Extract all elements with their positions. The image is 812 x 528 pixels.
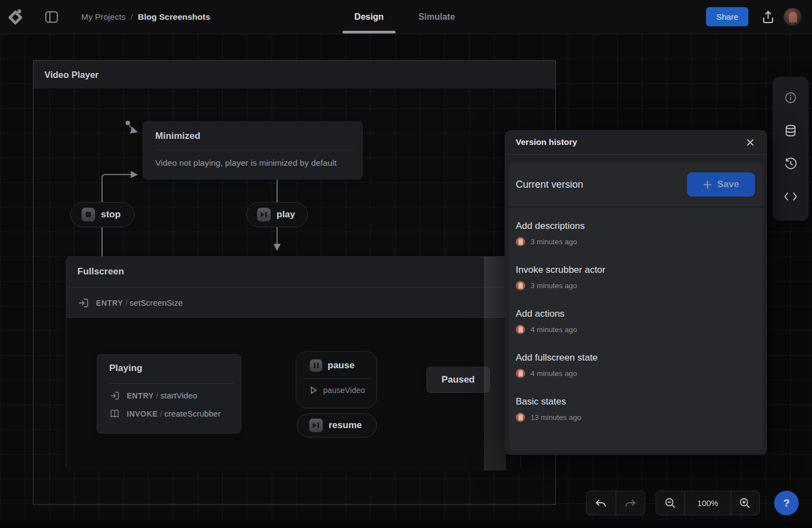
- state-title: Playing: [109, 363, 142, 374]
- share-button[interactable]: Share: [706, 7, 748, 26]
- version-history-header: Version history: [505, 130, 767, 155]
- version-item[interactable]: Add descriptions 3 minutes ago: [516, 221, 756, 246]
- separator: /: [123, 299, 129, 307]
- divider: [109, 383, 233, 384]
- data-model-button[interactable]: [781, 121, 800, 141]
- version-list: Add descriptions 3 minutes ago Invoke sc…: [509, 207, 763, 422]
- share-button-label: Share: [716, 12, 738, 21]
- version-timestamp: 13 minutes ago: [531, 413, 581, 422]
- invoke-action-row[interactable]: INVOKE/createScrubber: [109, 408, 221, 419]
- version-timestamp: 3 minutes ago: [531, 282, 577, 290]
- undo-icon: [594, 497, 607, 509]
- right-tool-rail: [772, 77, 809, 221]
- version-timestamp: 4 minutes ago: [531, 325, 577, 334]
- author-avatar: [516, 325, 525, 334]
- divider: [155, 150, 353, 150]
- state-title: Minimized: [155, 131, 200, 142]
- separator: /: [158, 409, 165, 418]
- sidebar-toggle-button[interactable]: [44, 9, 59, 25]
- undo-button[interactable]: [587, 491, 616, 515]
- invoke-keyword: INVOKE: [127, 409, 158, 418]
- transition-action-row[interactable]: pauseVideo: [311, 386, 365, 395]
- version-item[interactable]: Add actions 4 minutes ago: [516, 308, 756, 334]
- version-name: Basic states: [516, 396, 756, 407]
- version-name: Add fullscreen state: [516, 352, 756, 363]
- event-node-stop[interactable]: stop: [70, 202, 134, 227]
- active-tab-underline: [342, 31, 396, 33]
- state-node-minimized[interactable]: Minimized Video not playing, player is m…: [143, 121, 363, 179]
- panel-title: Version history: [516, 137, 577, 147]
- version-timestamp: 4 minutes ago: [531, 369, 577, 378]
- invoke-icon: [109, 408, 120, 419]
- chevron-down-icon: [27, 15, 33, 19]
- entry-icon: [109, 390, 120, 401]
- breadcrumb-separator: /: [131, 12, 133, 22]
- invoke-action: createScrubber: [165, 409, 221, 418]
- version-history-button[interactable]: [781, 154, 800, 173]
- version-item[interactable]: Basic states 13 minutes ago: [516, 396, 756, 422]
- window-bottom-edge: [0, 521, 812, 528]
- entry-keyword: ENTRY: [96, 299, 123, 307]
- state-node-paused[interactable]: Paused: [426, 367, 490, 393]
- author-avatar: [516, 281, 525, 290]
- version-list-container: Current version Save Add descriptions 3 …: [509, 162, 763, 451]
- separator: /: [154, 391, 160, 400]
- version-history-panel: Version history Current version Save Add…: [505, 130, 767, 455]
- entry-icon: [77, 297, 89, 309]
- breadcrumb-current[interactable]: Blog Screenshots: [138, 12, 210, 22]
- breadcrumb: My Projects / Blog Screenshots: [81, 0, 210, 34]
- breadcrumb-projects-link[interactable]: My Projects: [81, 12, 126, 22]
- zoom-in-button[interactable]: [731, 491, 759, 515]
- history-clock-icon: [783, 156, 798, 171]
- zoom-controls: 100%: [656, 491, 760, 515]
- info-button[interactable]: [781, 88, 800, 108]
- code-button[interactable]: [781, 187, 800, 206]
- version-timestamp: 3 minutes ago: [531, 238, 577, 246]
- version-item[interactable]: Invoke scrubber actor 3 minutes ago: [516, 265, 756, 290]
- event-node-resume[interactable]: resume: [297, 413, 377, 437]
- event-node-play[interactable]: play: [246, 202, 308, 227]
- event-label: pause: [328, 360, 354, 371]
- current-version-row: Current version Save: [509, 162, 763, 207]
- redo-button[interactable]: [616, 491, 645, 515]
- event-label: play: [277, 209, 295, 220]
- version-name: Add actions: [516, 308, 756, 319]
- current-version-label: Current version: [516, 179, 583, 190]
- state-description: Video not playing, player is minimized b…: [155, 158, 337, 168]
- export-button[interactable]: [759, 8, 777, 26]
- entry-action: setScreenSize: [129, 298, 183, 307]
- save-version-button[interactable]: Save: [687, 172, 755, 196]
- event-label: stop: [101, 209, 121, 220]
- code-brackets-icon: [783, 190, 798, 203]
- author-avatar: [516, 369, 525, 378]
- state-title: Paused: [442, 374, 475, 385]
- version-name: Add descriptions: [516, 221, 756, 232]
- event-node-pause[interactable]: pause pauseVideo: [296, 351, 377, 408]
- machine-title-bar[interactable]: Video Player: [33, 61, 555, 88]
- transition-action: pauseVideo: [323, 386, 365, 395]
- entry-action-row[interactable]: ENTRY/startVideo: [109, 390, 198, 401]
- app-logo-menu[interactable]: [8, 7, 34, 27]
- author-avatar: [516, 237, 525, 246]
- tab-design[interactable]: Design: [342, 0, 396, 34]
- entry-keyword: ENTRY: [127, 391, 154, 400]
- state-node-playing[interactable]: Playing ENTRY/startVideo INVOKE/createSc…: [97, 354, 241, 434]
- version-item[interactable]: Add fullscreen state 4 minutes ago: [516, 352, 756, 378]
- close-icon[interactable]: [743, 135, 757, 149]
- state-title: Fullscreen: [77, 266, 124, 277]
- pause-icon: [309, 359, 323, 372]
- save-button-label: Save: [717, 179, 739, 190]
- stately-logo-icon: [8, 8, 25, 26]
- entry-action-row[interactable]: ENTRY/setScreenSize: [77, 297, 183, 309]
- zoom-out-button[interactable]: [656, 491, 684, 515]
- top-bar: My Projects / Blog Screenshots Design Si…: [0, 0, 812, 34]
- tab-simulate[interactable]: Simulate: [413, 0, 461, 34]
- resume-icon: [309, 418, 323, 432]
- undo-redo-group: [586, 491, 645, 515]
- event-label: resume: [329, 420, 362, 431]
- version-name: Invoke scrubber actor: [516, 265, 756, 276]
- help-button[interactable]: ?: [774, 491, 799, 515]
- user-avatar[interactable]: [783, 8, 802, 26]
- zoom-level: 100%: [685, 491, 730, 515]
- entry-action: startVideo: [160, 391, 197, 400]
